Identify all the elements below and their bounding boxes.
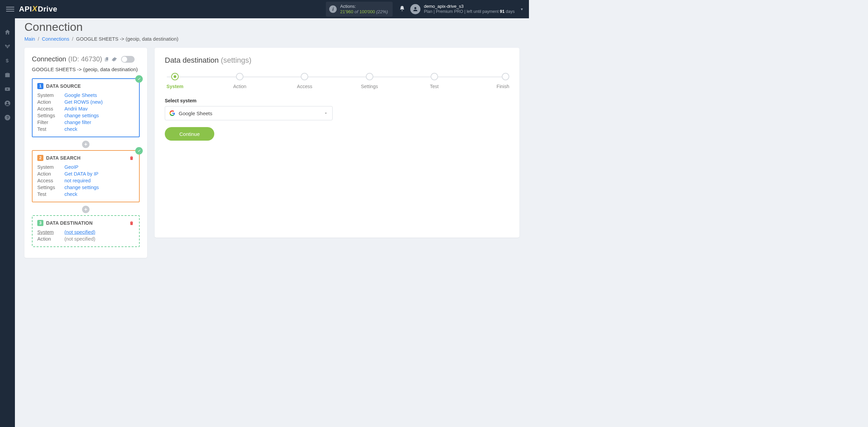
kv-link[interactable]: change filter [64, 120, 91, 125]
svg-text:$: $ [6, 58, 9, 63]
notifications-icon[interactable] [397, 5, 407, 13]
kv-key: Action [37, 236, 64, 242]
data-search-box[interactable]: 2 DATA SEARCH SystemGeoIPActionGet DATA … [32, 150, 140, 202]
kv-value: not required [64, 178, 134, 183]
kv-key: Access [37, 106, 64, 111]
kv-link[interactable]: not required [64, 178, 91, 183]
step-number-3: 3 [37, 220, 43, 226]
step-label: Action [233, 84, 246, 89]
nav-video-icon[interactable] [0, 82, 15, 96]
breadcrumb-main[interactable]: Main [24, 36, 35, 42]
step-label: Finish [497, 84, 509, 89]
nav-account-icon[interactable] [0, 96, 15, 110]
step-number-1: 1 [37, 83, 43, 89]
nav-help-icon[interactable]: ? [0, 110, 15, 125]
google-icon [169, 110, 175, 116]
connection-toggle[interactable] [121, 56, 135, 63]
step-dot [366, 73, 373, 80]
check-badge-icon [135, 147, 143, 155]
settings-panel: Data destination (settings) SystemAction… [155, 48, 519, 238]
kv-value: (not specified) [64, 236, 134, 242]
actions-counter[interactable]: i Actions: 21'960 of 100'000 (22%) [326, 2, 393, 17]
nav-briefcase-icon[interactable] [0, 68, 15, 82]
stepper: SystemActionAccessSettingsTestFinish [165, 73, 509, 89]
kv-link[interactable]: GeoIP [64, 164, 78, 170]
kv-value: Google Sheets [64, 93, 134, 98]
step-finish[interactable]: Finish [489, 73, 509, 89]
connection-title: Connection [32, 55, 66, 63]
breadcrumb-current: GOOGLE SHEETS -> (geoip, data destinatio… [76, 36, 178, 42]
kv-value: change settings [64, 185, 134, 190]
kv-value: Get DATA by IP [64, 171, 134, 177]
kv-key: Access [37, 178, 64, 183]
chevron-down-icon: ▾ [521, 7, 523, 12]
box3-kv: System(not specified)Action(not specifie… [37, 229, 134, 242]
box2-kv: SystemGeoIPActionGet DATA by IPAccessnot… [37, 164, 134, 197]
step-label: Test [430, 84, 439, 89]
kv-key: System [37, 93, 64, 98]
gear-icon[interactable] [112, 57, 117, 62]
kv-key: Settings [37, 185, 64, 190]
nav-billing-icon[interactable]: $ [0, 54, 15, 68]
select-system-label: Select system [165, 98, 509, 103]
settings-title: Data destination (settings) [165, 56, 509, 65]
kv-link[interactable]: check [64, 191, 77, 197]
user-text: demo_apix-drive_s3 Plan | Premium PRO | … [424, 4, 515, 15]
avatar-icon [410, 4, 420, 14]
kv-key: Test [37, 126, 64, 132]
step-dot [236, 73, 243, 80]
copy-icon[interactable] [104, 57, 110, 62]
system-select[interactable]: Google Sheets [165, 106, 333, 120]
top-bar: APIXDrive i Actions: 21'960 of 100'000 (… [0, 0, 529, 18]
step-dot [301, 73, 308, 80]
step-access[interactable]: Access [294, 73, 315, 89]
add-step-button[interactable]: + [82, 141, 90, 148]
logo-text-drive: Drive [38, 5, 57, 14]
breadcrumb: Main / Connections / GOOGLE SHEETS -> (g… [24, 36, 519, 42]
check-badge-icon [135, 75, 143, 83]
nav-connections-icon[interactable] [0, 39, 15, 54]
kv-value: check [64, 191, 134, 197]
kv-link[interactable]: (not specified) [64, 229, 95, 235]
logo[interactable]: APIXDrive [19, 5, 57, 14]
nav-home-icon[interactable] [0, 25, 15, 39]
kv-link[interactable]: Get ROWS (new) [64, 99, 103, 105]
select-value: Google Sheets [179, 110, 320, 116]
step-label: System [166, 84, 183, 89]
user-menu[interactable]: demo_apix-drive_s3 Plan | Premium PRO | … [410, 4, 523, 15]
kv-key: Settings [37, 113, 64, 118]
step-action[interactable]: Action [230, 73, 250, 89]
kv-value: change settings [64, 113, 134, 118]
step-system[interactable]: System [165, 73, 185, 89]
kv-link[interactable]: Google Sheets [64, 93, 97, 98]
breadcrumb-connections[interactable]: Connections [42, 36, 70, 42]
connection-subtitle: GOOGLE SHEETS -> (geoip, data destinatio… [24, 63, 147, 76]
add-step-button[interactable]: + [82, 206, 90, 213]
box-title: DATA DESTINATION [46, 220, 93, 226]
delete-icon[interactable] [129, 220, 134, 226]
data-destination-box[interactable]: 3 DATA DESTINATION System(not specified)… [32, 215, 140, 247]
kv-key: Action [37, 171, 64, 177]
kv-link[interactable]: change settings [64, 185, 99, 190]
kv-link[interactable]: check [64, 126, 77, 132]
box-title: DATA SOURCE [46, 83, 81, 89]
step-number-2: 2 [37, 155, 43, 161]
data-source-box[interactable]: 1 DATA SOURCE SystemGoogle SheetsActionG… [32, 78, 140, 137]
delete-icon[interactable] [129, 155, 134, 161]
step-test[interactable]: Test [424, 73, 445, 89]
kv-value: GeoIP [64, 164, 134, 170]
kv-value: check [64, 126, 134, 132]
kv-link[interactable]: Andrii Mav [64, 106, 88, 111]
actions-text: Actions: 21'960 of 100'000 (22%) [340, 4, 388, 15]
connection-id: (ID: 46730) [68, 55, 102, 63]
continue-button[interactable]: Continue [165, 127, 214, 141]
connection-panel: Connection (ID: 46730) GOOGLE SHEETS -> … [24, 48, 147, 258]
kv-key: System [37, 229, 64, 235]
box1-kv: SystemGoogle SheetsActionGet ROWS (new)A… [37, 93, 134, 132]
page: Connection Main / Connections / GOOGLE S… [15, 18, 529, 262]
kv-link[interactable]: Get DATA by IP [64, 171, 98, 177]
step-dot [502, 73, 509, 80]
step-settings[interactable]: Settings [359, 73, 380, 89]
hamburger-menu-icon[interactable] [6, 7, 14, 12]
kv-link[interactable]: change settings [64, 113, 99, 118]
